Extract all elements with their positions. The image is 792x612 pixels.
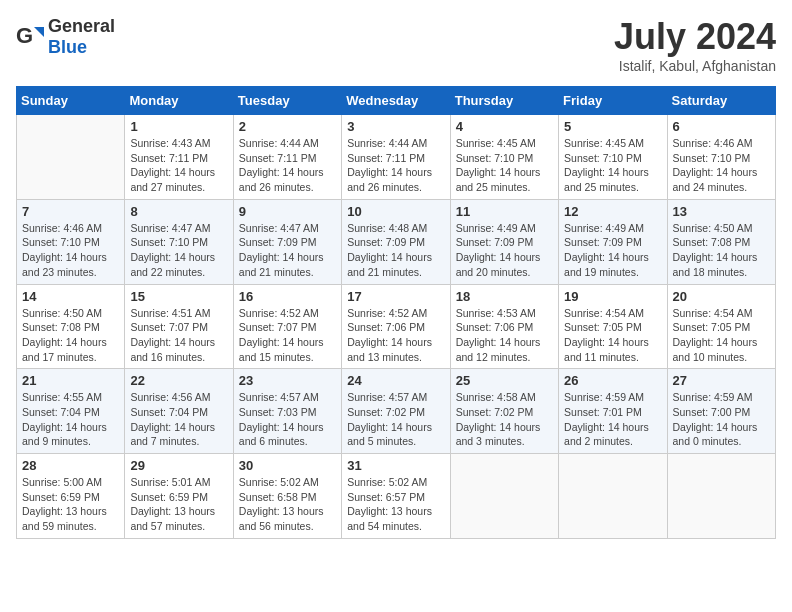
- table-row: 27Sunrise: 4:59 AMSunset: 7:00 PMDayligh…: [667, 369, 775, 454]
- table-row: [667, 454, 775, 539]
- day-info: Sunrise: 4:50 AMSunset: 7:08 PMDaylight:…: [673, 221, 770, 280]
- day-number: 14: [22, 289, 119, 304]
- table-row: 13Sunrise: 4:50 AMSunset: 7:08 PMDayligh…: [667, 199, 775, 284]
- col-header-friday: Friday: [559, 87, 667, 115]
- col-header-thursday: Thursday: [450, 87, 558, 115]
- day-number: 11: [456, 204, 553, 219]
- table-row: 26Sunrise: 4:59 AMSunset: 7:01 PMDayligh…: [559, 369, 667, 454]
- day-number: 20: [673, 289, 770, 304]
- day-number: 28: [22, 458, 119, 473]
- col-header-monday: Monday: [125, 87, 233, 115]
- table-row: 8Sunrise: 4:47 AMSunset: 7:10 PMDaylight…: [125, 199, 233, 284]
- table-row: [17, 115, 125, 200]
- logo-text: General Blue: [48, 16, 115, 58]
- day-info: Sunrise: 5:00 AMSunset: 6:59 PMDaylight:…: [22, 475, 119, 534]
- col-header-saturday: Saturday: [667, 87, 775, 115]
- col-header-wednesday: Wednesday: [342, 87, 450, 115]
- table-row: 30Sunrise: 5:02 AMSunset: 6:58 PMDayligh…: [233, 454, 341, 539]
- table-row: 9Sunrise: 4:47 AMSunset: 7:09 PMDaylight…: [233, 199, 341, 284]
- day-info: Sunrise: 4:46 AMSunset: 7:10 PMDaylight:…: [673, 136, 770, 195]
- col-header-tuesday: Tuesday: [233, 87, 341, 115]
- table-row: 19Sunrise: 4:54 AMSunset: 7:05 PMDayligh…: [559, 284, 667, 369]
- day-info: Sunrise: 4:54 AMSunset: 7:05 PMDaylight:…: [564, 306, 661, 365]
- day-info: Sunrise: 4:55 AMSunset: 7:04 PMDaylight:…: [22, 390, 119, 449]
- calendar-table: SundayMondayTuesdayWednesdayThursdayFrid…: [16, 86, 776, 539]
- day-number: 1: [130, 119, 227, 134]
- table-row: 31Sunrise: 5:02 AMSunset: 6:57 PMDayligh…: [342, 454, 450, 539]
- table-row: 24Sunrise: 4:57 AMSunset: 7:02 PMDayligh…: [342, 369, 450, 454]
- table-row: 28Sunrise: 5:00 AMSunset: 6:59 PMDayligh…: [17, 454, 125, 539]
- table-row: 3Sunrise: 4:44 AMSunset: 7:11 PMDaylight…: [342, 115, 450, 200]
- day-number: 18: [456, 289, 553, 304]
- logo-general: General: [48, 16, 115, 36]
- day-info: Sunrise: 4:44 AMSunset: 7:11 PMDaylight:…: [347, 136, 444, 195]
- day-number: 23: [239, 373, 336, 388]
- day-info: Sunrise: 4:46 AMSunset: 7:10 PMDaylight:…: [22, 221, 119, 280]
- day-info: Sunrise: 4:48 AMSunset: 7:09 PMDaylight:…: [347, 221, 444, 280]
- table-row: 17Sunrise: 4:52 AMSunset: 7:06 PMDayligh…: [342, 284, 450, 369]
- logo-blue: Blue: [48, 37, 87, 57]
- day-number: 7: [22, 204, 119, 219]
- day-info: Sunrise: 4:49 AMSunset: 7:09 PMDaylight:…: [456, 221, 553, 280]
- day-number: 26: [564, 373, 661, 388]
- day-number: 4: [456, 119, 553, 134]
- day-info: Sunrise: 5:02 AMSunset: 6:57 PMDaylight:…: [347, 475, 444, 534]
- day-info: Sunrise: 4:56 AMSunset: 7:04 PMDaylight:…: [130, 390, 227, 449]
- table-row: 20Sunrise: 4:54 AMSunset: 7:05 PMDayligh…: [667, 284, 775, 369]
- day-info: Sunrise: 4:52 AMSunset: 7:07 PMDaylight:…: [239, 306, 336, 365]
- day-number: 3: [347, 119, 444, 134]
- day-info: Sunrise: 4:59 AMSunset: 7:00 PMDaylight:…: [673, 390, 770, 449]
- day-number: 24: [347, 373, 444, 388]
- day-info: Sunrise: 4:52 AMSunset: 7:06 PMDaylight:…: [347, 306, 444, 365]
- day-number: 16: [239, 289, 336, 304]
- day-info: Sunrise: 4:47 AMSunset: 7:09 PMDaylight:…: [239, 221, 336, 280]
- location-title: Istalif, Kabul, Afghanistan: [614, 58, 776, 74]
- table-row: 16Sunrise: 4:52 AMSunset: 7:07 PMDayligh…: [233, 284, 341, 369]
- day-number: 30: [239, 458, 336, 473]
- day-info: Sunrise: 4:51 AMSunset: 7:07 PMDaylight:…: [130, 306, 227, 365]
- day-number: 2: [239, 119, 336, 134]
- table-row: 10Sunrise: 4:48 AMSunset: 7:09 PMDayligh…: [342, 199, 450, 284]
- day-number: 27: [673, 373, 770, 388]
- month-title: July 2024: [614, 16, 776, 58]
- table-row: 4Sunrise: 4:45 AMSunset: 7:10 PMDaylight…: [450, 115, 558, 200]
- day-info: Sunrise: 4:45 AMSunset: 7:10 PMDaylight:…: [456, 136, 553, 195]
- day-number: 9: [239, 204, 336, 219]
- day-number: 22: [130, 373, 227, 388]
- day-number: 6: [673, 119, 770, 134]
- day-number: 10: [347, 204, 444, 219]
- table-row: 11Sunrise: 4:49 AMSunset: 7:09 PMDayligh…: [450, 199, 558, 284]
- table-row: 1Sunrise: 4:43 AMSunset: 7:11 PMDaylight…: [125, 115, 233, 200]
- day-number: 21: [22, 373, 119, 388]
- table-row: 14Sunrise: 4:50 AMSunset: 7:08 PMDayligh…: [17, 284, 125, 369]
- svg-text:G: G: [16, 23, 33, 48]
- table-row: [450, 454, 558, 539]
- day-info: Sunrise: 4:58 AMSunset: 7:02 PMDaylight:…: [456, 390, 553, 449]
- table-row: 25Sunrise: 4:58 AMSunset: 7:02 PMDayligh…: [450, 369, 558, 454]
- table-row: 18Sunrise: 4:53 AMSunset: 7:06 PMDayligh…: [450, 284, 558, 369]
- day-number: 29: [130, 458, 227, 473]
- day-info: Sunrise: 4:57 AMSunset: 7:03 PMDaylight:…: [239, 390, 336, 449]
- day-info: Sunrise: 4:49 AMSunset: 7:09 PMDaylight:…: [564, 221, 661, 280]
- table-row: 15Sunrise: 4:51 AMSunset: 7:07 PMDayligh…: [125, 284, 233, 369]
- table-row: 2Sunrise: 4:44 AMSunset: 7:11 PMDaylight…: [233, 115, 341, 200]
- logo-icon: G: [16, 23, 44, 51]
- day-info: Sunrise: 4:50 AMSunset: 7:08 PMDaylight:…: [22, 306, 119, 365]
- day-number: 12: [564, 204, 661, 219]
- table-row: 29Sunrise: 5:01 AMSunset: 6:59 PMDayligh…: [125, 454, 233, 539]
- day-number: 19: [564, 289, 661, 304]
- day-number: 8: [130, 204, 227, 219]
- svg-marker-1: [34, 27, 44, 37]
- day-number: 15: [130, 289, 227, 304]
- day-info: Sunrise: 4:45 AMSunset: 7:10 PMDaylight:…: [564, 136, 661, 195]
- day-info: Sunrise: 4:53 AMSunset: 7:06 PMDaylight:…: [456, 306, 553, 365]
- day-info: Sunrise: 5:01 AMSunset: 6:59 PMDaylight:…: [130, 475, 227, 534]
- day-number: 25: [456, 373, 553, 388]
- col-header-sunday: Sunday: [17, 87, 125, 115]
- table-row: 21Sunrise: 4:55 AMSunset: 7:04 PMDayligh…: [17, 369, 125, 454]
- day-number: 31: [347, 458, 444, 473]
- day-number: 17: [347, 289, 444, 304]
- table-row: 5Sunrise: 4:45 AMSunset: 7:10 PMDaylight…: [559, 115, 667, 200]
- title-area: July 2024 Istalif, Kabul, Afghanistan: [614, 16, 776, 74]
- day-info: Sunrise: 4:43 AMSunset: 7:11 PMDaylight:…: [130, 136, 227, 195]
